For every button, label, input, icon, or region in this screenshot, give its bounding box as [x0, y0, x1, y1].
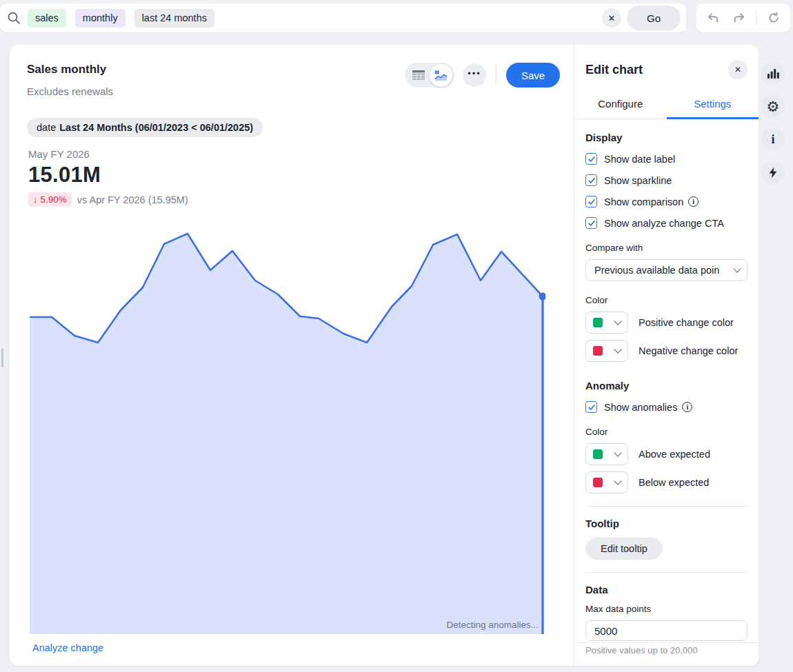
below-expected-label: Below expected: [639, 477, 709, 488]
right-rail: ⚙ i: [761, 61, 785, 194]
chart-subtitle: Excludes renewals: [27, 85, 113, 97]
gear-icon: ⚙: [767, 99, 780, 114]
panel-title: Edit chart: [585, 63, 643, 77]
section-divider: [585, 506, 747, 507]
more-options-button[interactable]: •••: [463, 63, 486, 87]
down-arrow-icon: ↓: [33, 194, 38, 205]
clear-search-button[interactable]: ✕: [602, 8, 621, 28]
show-analyze-cta-checkbox[interactable]: [585, 217, 597, 229]
actions-rail-button[interactable]: [761, 161, 785, 184]
chevron-down-icon: [733, 265, 741, 272]
show-anomalies-checkbox[interactable]: [585, 401, 597, 413]
option-show-anomalies: Show anomalies i: [585, 401, 747, 413]
search-bar[interactable]: sales monthly last 24 months ✕ Go: [0, 3, 686, 32]
below-expected-row: Below expected: [585, 471, 747, 493]
settings-rail-button[interactable]: ⚙: [761, 94, 785, 118]
undo-button[interactable]: [704, 9, 722, 27]
change-percent: 5.90%: [41, 194, 67, 205]
chart-card: Sales monthly Excludes renewals: [10, 45, 759, 666]
green-swatch: [593, 318, 603, 327]
chart-view-button[interactable]: [430, 64, 452, 87]
option-label: Show analyze change CTA: [604, 218, 724, 229]
comparison-text: vs Apr FY 2026 (15.95M): [77, 194, 188, 205]
left-panel-handle[interactable]: [1, 348, 3, 367]
show-date-label-checkbox[interactable]: [585, 153, 597, 165]
negative-color-row: Negative change color: [585, 340, 747, 362]
edit-tooltip-button[interactable]: Edit tooltip: [585, 538, 663, 560]
tooltip-heading: Tooltip: [585, 518, 747, 529]
section-divider: [585, 572, 747, 573]
close-icon: ✕: [734, 65, 741, 74]
panel-bottom-divider: [574, 642, 759, 643]
display-heading: Display: [585, 132, 747, 143]
show-comparison-checkbox[interactable]: [585, 196, 597, 207]
below-expected-select[interactable]: [585, 471, 628, 493]
chevron-down-icon: [614, 317, 621, 325]
positive-color-label: Positive change color: [639, 317, 734, 328]
panel-tabs: Configure Settings: [574, 92, 759, 119]
show-sparkline-checkbox[interactable]: [585, 174, 597, 186]
lightning-icon: [768, 167, 778, 179]
green-swatch: [593, 449, 603, 459]
above-expected-row: Above expected: [585, 443, 747, 465]
info-rail-button[interactable]: i: [761, 128, 785, 151]
sparkline-fill: [30, 234, 543, 634]
chart-title: Sales monthly: [27, 63, 113, 77]
view-toggle: [405, 63, 454, 88]
kpi-block: May FY 2026 15.01M ↓ 5.90% vs Apr FY 202…: [28, 148, 574, 207]
chevron-down-icon: [614, 345, 621, 353]
redo-button[interactable]: [730, 9, 748, 27]
anomaly-color-label: Color: [585, 427, 747, 437]
negative-color-select[interactable]: [585, 340, 628, 362]
red-swatch: [593, 478, 603, 487]
search-token-sales[interactable]: sales: [28, 9, 66, 28]
kpi-date-label: May FY 2026: [28, 148, 574, 160]
sparkline-chart[interactable]: Detecting anomalies...: [30, 232, 545, 634]
redo-icon: [733, 12, 745, 24]
search-token-last-24-months[interactable]: last 24 months: [134, 9, 214, 28]
max-data-points-label: Max data points: [585, 604, 747, 614]
chevron-down-icon: [614, 449, 621, 456]
positive-color-row: Positive change color: [585, 312, 747, 334]
tab-configure[interactable]: Configure: [574, 92, 667, 119]
go-button[interactable]: Go: [627, 6, 681, 30]
check-icon: [588, 155, 596, 163]
tab-settings[interactable]: Settings: [667, 92, 759, 119]
reset-icon: [767, 12, 780, 24]
compare-with-select[interactable]: Previous available data poin: [585, 259, 747, 281]
above-expected-select[interactable]: [585, 443, 628, 465]
option-label: Show anomalies: [604, 402, 677, 413]
option-show-sparkline: Show sparkline: [585, 174, 747, 186]
check-icon: [588, 219, 596, 227]
reset-button[interactable]: [765, 9, 783, 27]
chart-rail-button[interactable]: [761, 61, 785, 85]
check-icon: [588, 403, 596, 411]
option-label: Show date label: [604, 154, 675, 165]
toolbar-divider: [496, 65, 496, 85]
max-data-points-input[interactable]: [585, 620, 747, 641]
info-icon: i: [771, 132, 774, 147]
chart-toolbar: ••• Save: [405, 63, 560, 88]
table-view-button[interactable]: [407, 64, 430, 87]
history-controls: [696, 3, 790, 32]
analyze-change-link[interactable]: Analyze change: [32, 642, 103, 653]
date-filter-chip[interactable]: date Last 24 Months (06/01/2023 < 06/01/…: [27, 118, 263, 137]
color-label: Color: [585, 295, 747, 305]
comparison-info-icon[interactable]: i: [688, 196, 699, 207]
anomaly-heading: Anomaly: [585, 380, 747, 391]
search-token-monthly[interactable]: monthly: [75, 9, 126, 28]
filter-chip-value: Last 24 Months (06/01/2023 < 06/01/2025): [59, 122, 253, 133]
positive-color-select[interactable]: [585, 312, 628, 334]
above-expected-label: Above expected: [639, 449, 710, 460]
kpi-value: 15.01M: [28, 163, 574, 187]
change-badge: ↓ 5.90%: [28, 192, 72, 207]
history-divider: [756, 10, 756, 26]
negative-color-label: Negative change color: [639, 345, 738, 356]
close-panel-button[interactable]: ✕: [728, 60, 747, 79]
chevron-down-icon: [614, 477, 621, 485]
chart-content: Sales monthly Excludes renewals: [10, 45, 574, 666]
sparkline-svg: [30, 232, 545, 634]
bar-chart-icon: [767, 68, 779, 79]
save-button[interactable]: Save: [506, 63, 560, 88]
anomalies-info-icon[interactable]: i: [682, 402, 692, 412]
